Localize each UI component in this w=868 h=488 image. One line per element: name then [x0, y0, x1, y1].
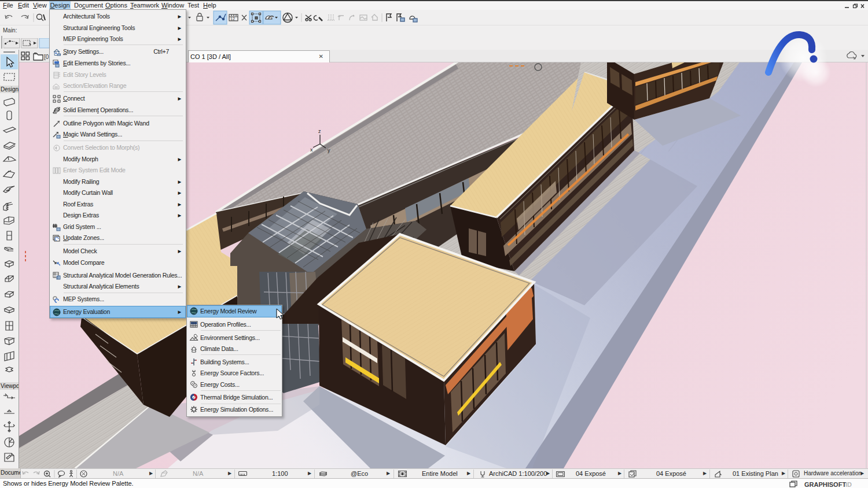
- svg-text:Viewpoi: Viewpoi: [1, 383, 19, 389]
- svg-text:12: 12: [230, 17, 235, 21]
- svg-text:z: z: [318, 128, 321, 134]
- svg-text:Design: Design: [1, 86, 19, 93]
- svg-text:x: x: [310, 147, 313, 153]
- svg-text:y: y: [328, 147, 330, 153]
- svg-text:[0: [0: [44, 54, 49, 60]
